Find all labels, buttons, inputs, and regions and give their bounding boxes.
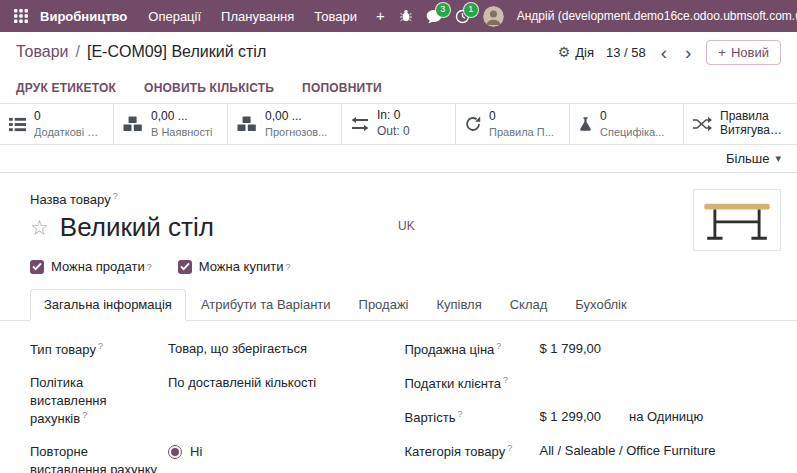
cubes-icon (123, 116, 143, 132)
pager-next-button[interactable]: › (682, 43, 694, 62)
stat-button-on-hand[interactable]: 0,00 ... В Наявності (114, 104, 228, 144)
apps-grid-icon (14, 9, 28, 23)
more-dropdown-button[interactable]: Більше ▾ (0, 145, 797, 173)
current-app-name[interactable]: Виробництво (38, 9, 133, 24)
exchange-arrows-icon (351, 117, 369, 131)
radio-option-no[interactable]: Ні (168, 444, 379, 459)
user-menu[interactable]: Андрій (development.demo16ce.odoo.ubmsof… (517, 9, 797, 23)
label-text: Категорія товару (405, 444, 506, 459)
can-be-purchased-checkbox[interactable]: Можна купити? (178, 259, 291, 274)
can-be-purchased-label: Можна купити (199, 259, 284, 274)
new-button-label: Новий (731, 45, 769, 60)
tab-attributes-variants[interactable]: Атрибути та Варіанти (188, 290, 344, 320)
stat-value: 0,00 ... (265, 109, 327, 125)
product-type-label: Тип товару? (30, 340, 168, 359)
product-image[interactable] (693, 189, 781, 251)
control-panel: Товари / [E-COM09] Великий стіл ⚙ Дія 13… (0, 32, 797, 72)
product-name-input[interactable]: Великий стіл (60, 212, 214, 243)
tab-purchase[interactable]: Купівля (423, 290, 494, 320)
apps-menu-button[interactable] (10, 9, 32, 23)
form-sheet: Назва товару? ☆ Великий стіл UK Можна пр… (0, 173, 797, 473)
new-record-button[interactable]: + Новий (706, 40, 781, 65)
translation-language-button[interactable]: UK (398, 219, 415, 233)
cost-input[interactable]: $ 1 299,00 (540, 408, 601, 426)
label-text: Податки клієнта (405, 377, 502, 392)
stat-label: Специфіка... (600, 125, 664, 139)
stat-label: Правила Витягування (720, 110, 788, 138)
help-icon: ? (496, 341, 501, 351)
fields-left-column: Тип товару? Товар, що зберігається Політ… (30, 333, 379, 473)
stat-value: 0 (34, 109, 104, 125)
tab-accounting[interactable]: Бухоблік (562, 290, 639, 320)
user-avatar[interactable] (483, 6, 504, 27)
cost-uom: на Одиницю (629, 408, 703, 426)
pager-previous-button[interactable]: ‹ (658, 43, 670, 62)
stat-text: 0,00 ... Прогнозов... (265, 109, 327, 139)
product-category-input[interactable]: All / Saleable / Office Furniture (540, 442, 767, 460)
favorite-star-icon[interactable]: ☆ (30, 217, 49, 238)
menu-item-planning[interactable]: Планування (212, 6, 303, 27)
help-icon: ? (503, 375, 508, 385)
messages-count-badge: 3 (436, 3, 450, 17)
print-labels-button[interactable]: ДРУК ЕТИКЕТОК (16, 81, 116, 95)
debug-bug-button[interactable] (399, 9, 413, 23)
product-title-row: ☆ Великий стіл UK (30, 210, 767, 244)
invoicing-policy-label: Політика виставлення рахунків? (30, 374, 168, 428)
cost-label: Вартість? (405, 408, 540, 427)
action-menu-button[interactable]: ⚙ Дія (558, 44, 594, 60)
tab-general-information[interactable]: Загальна інформація (30, 289, 186, 321)
customer-taxes-input[interactable] (540, 374, 767, 390)
tab-sales[interactable]: Продажі (346, 290, 422, 320)
fields-right-column: Продажна ціна? $ 1 799,00 Податки клієнт… (405, 333, 767, 473)
refresh-icon (465, 116, 481, 132)
odoo-window: Виробництво Операції Планування Товари +… (0, 0, 797, 473)
replenish-button[interactable]: ПОПОВНИТИ (302, 81, 382, 95)
checkbox-checked-icon (178, 260, 192, 274)
stat-button-bom[interactable]: 0 Специфіка... (570, 104, 684, 144)
avatar-image (483, 6, 504, 27)
breadcrumb-separator: / (75, 43, 79, 61)
shuffle-icon (693, 117, 712, 131)
field-cost: Вартість? $ 1 299,00 на Одиницю (405, 401, 767, 435)
help-icon: ? (457, 409, 462, 419)
label-text: Політика виставлення рахунків (30, 375, 107, 426)
sales-price-label: Продажна ціна? (405, 340, 540, 359)
help-icon: ? (507, 443, 512, 453)
activities-tray-button[interactable]: 1 (455, 9, 470, 24)
invoicing-policy-select[interactable]: По доставленій кількості (168, 374, 379, 392)
stat-button-reordering-rules[interactable]: 0 Правила П... (456, 104, 570, 144)
field-internal-reference: Внутрішні посилання? E-COM09 (405, 469, 767, 473)
sales-price-input[interactable]: $ 1 799,00 (540, 340, 767, 358)
can-be-sold-checkbox[interactable]: Можна продати? (30, 259, 152, 274)
list-icon (9, 117, 26, 132)
help-icon: ? (82, 410, 87, 420)
menu-item-products[interactable]: Товари (305, 6, 366, 27)
label-text: Вартість (405, 410, 456, 425)
cubes-icon (237, 116, 257, 132)
stat-button-in-out[interactable]: In: 0 Out: 0 (342, 104, 456, 144)
systray: 3 1 Андрій (development.demo16ce.odoo.ub… (399, 6, 797, 27)
stat-button-extra-prices[interactable]: 0 Додаткові Ціни (0, 104, 114, 144)
breadcrumb-current: [E-COM09] Великий стіл (87, 43, 266, 61)
radio-selected-icon (168, 445, 182, 459)
stat-button-pull-rules[interactable]: Правила Витягування (684, 104, 797, 144)
label-text: Продажна ціна (405, 343, 495, 358)
bug-icon (399, 9, 413, 23)
stat-label: В Наявності (151, 125, 212, 139)
menu-item-operations[interactable]: Операції (139, 6, 210, 27)
gear-icon: ⚙ (558, 44, 571, 60)
smart-button-box: 0 Додаткові Ціни 0,00 ... В Наявності (0, 104, 797, 145)
tab-inventory[interactable]: Склад (497, 290, 561, 320)
control-panel-right: ⚙ Дія 13 / 58 ‹ › + Новий (558, 40, 781, 65)
breadcrumb-parent-link[interactable]: Товари (16, 43, 68, 61)
menu-plus-button[interactable]: + (368, 6, 393, 27)
product-type-select[interactable]: Товар, що зберігається (168, 340, 379, 358)
stat-button-forecasted[interactable]: 0,00 ... Прогнозов... (228, 104, 342, 144)
help-icon: ? (98, 341, 103, 351)
update-quantity-button[interactable]: ОНОВИТЬ КІЛЬКІСТЬ (144, 81, 274, 95)
more-label: Більше (726, 151, 769, 166)
messages-tray-button[interactable]: 3 (426, 9, 442, 24)
stat-text: Правила Витягування (720, 110, 788, 138)
stat-label: Правила П... (489, 125, 554, 139)
top-navbar: Виробництво Операції Планування Товари +… (0, 0, 797, 32)
